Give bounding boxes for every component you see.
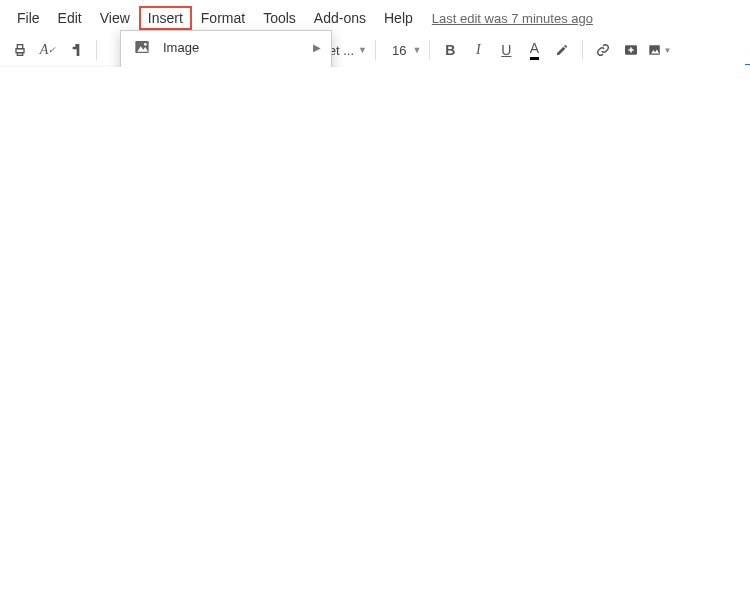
- menu-view[interactable]: View: [91, 6, 139, 30]
- chevron-down-icon: ▼: [412, 45, 421, 55]
- comment-button[interactable]: [619, 38, 643, 62]
- insert-table[interactable]: Table ▶: [121, 63, 331, 67]
- menu-help[interactable]: Help: [375, 6, 422, 30]
- menu-addons[interactable]: Add-ons: [305, 6, 375, 30]
- svg-rect-1: [17, 45, 22, 49]
- svg-rect-6: [629, 49, 634, 50]
- submenu-arrow-icon: ▶: [313, 42, 321, 53]
- menu-file[interactable]: File: [8, 6, 49, 30]
- paint-format-icon[interactable]: [64, 38, 88, 62]
- font-size-value: 16: [392, 43, 406, 58]
- ruler[interactable]: [340, 65, 750, 67]
- italic-button[interactable]: I: [466, 38, 490, 62]
- chevron-down-icon: ▼: [358, 45, 367, 55]
- svg-rect-2: [17, 53, 22, 56]
- underline-button[interactable]: U: [494, 38, 518, 62]
- document-area: - t.com/ n-up and then validate your ema…: [0, 65, 750, 67]
- menu-bar: File Edit View Insert Format Tools Add-o…: [0, 0, 750, 34]
- menu-format[interactable]: Format: [192, 6, 254, 30]
- insert-image-button[interactable]: ▼: [647, 38, 671, 62]
- spellcheck-icon[interactable]: A✓: [36, 38, 60, 62]
- menu-tools[interactable]: Tools: [254, 6, 305, 30]
- bold-button[interactable]: B: [438, 38, 462, 62]
- menu-edit[interactable]: Edit: [49, 6, 91, 30]
- insert-dropdown: Image ▶ Table ▶ Drawing ▶ Chart ▶ Horizo…: [120, 30, 332, 67]
- menu-insert[interactable]: Insert: [139, 6, 192, 30]
- last-edit-note[interactable]: Last edit was 7 minutes ago: [432, 11, 593, 26]
- insert-image[interactable]: Image ▶: [121, 31, 331, 63]
- link-button[interactable]: [591, 38, 615, 62]
- font-size-select[interactable]: 16 ▼: [392, 43, 421, 58]
- print-icon[interactable]: [8, 38, 32, 62]
- svg-point-11: [144, 43, 147, 46]
- toolbar: A✓ chet ... ▼ 16 ▼ B I U A ▼: [0, 34, 750, 67]
- image-icon: [131, 38, 153, 56]
- highlight-button[interactable]: [550, 38, 574, 62]
- menu-item-label: Image: [163, 40, 303, 55]
- text-color-button[interactable]: A: [522, 38, 546, 62]
